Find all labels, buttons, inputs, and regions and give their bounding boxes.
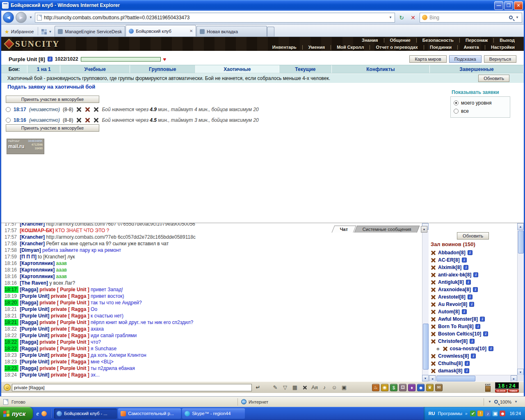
game-menu-item[interactable]: Выход (494, 38, 520, 43)
player-info-icon[interactable]: i (473, 272, 478, 277)
send-enter-icon[interactable]: ↵ (253, 383, 263, 392)
firefox-quicklaunch-icon[interactable] (41, 411, 47, 416)
battle-tab[interactable]: Завершенные (430, 65, 524, 73)
attack-icon[interactable] (443, 346, 448, 352)
message-nick[interactable]: [The Raven] (20, 280, 48, 286)
attack-icon[interactable] (431, 287, 436, 292)
message-nick[interactable]: [Ragga] (20, 300, 38, 306)
attack-icon[interactable] (431, 280, 436, 285)
zoom-dropdown-icon[interactable]: ▼ (487, 400, 492, 404)
smiley-picker-icon[interactable]: ☺ (4, 384, 11, 391)
url-text[interactable]: http://suncity.combats.com/buttons.pl?ba… (44, 15, 386, 21)
game-menu-item[interactable]: Отчет о переводах (370, 45, 424, 50)
player-info-icon[interactable]: i (470, 339, 475, 344)
message-nick[interactable]: [КОШМАР-БК] (20, 228, 54, 233)
message-nick[interactable]: [Ragga] (20, 339, 38, 345)
message-nick[interactable]: [Картопляник] (20, 274, 55, 279)
message-nick[interactable]: [Krancher] (20, 234, 45, 240)
battle-tab[interactable]: Конфликты (332, 65, 430, 73)
browser-tab[interactable]: Новая вкладка (196, 26, 267, 37)
game-menu-item[interactable]: Персонаж (460, 38, 493, 43)
battle-select-radio[interactable] (6, 118, 11, 123)
tab-close-icon[interactable]: ✕ (189, 29, 193, 33)
attack-icon[interactable] (431, 265, 436, 270)
attack-icon[interactable] (431, 294, 436, 300)
filter-option[interactable]: моего уровня (454, 100, 507, 106)
game-menu-item[interactable]: Мой Скролл (331, 45, 370, 50)
header-button[interactable]: Подсказка (449, 55, 482, 63)
browser-tab[interactable]: Бойцовский клуб ✕ (126, 25, 196, 37)
new-tab-stub[interactable] (267, 27, 274, 37)
player-info-icon[interactable]: i (468, 250, 472, 255)
scroll-icon[interactable]: ✉ (435, 384, 443, 391)
coins-icon[interactable]: ◉ (381, 384, 388, 391)
player-name[interactable]: Arestotel[8] (438, 294, 466, 300)
apply-battle-link[interactable]: Подать заявку на хаотичный бой (7, 84, 95, 90)
scroll-down-icon[interactable]: ▼ (422, 375, 429, 381)
player-name[interactable]: damask[8] (438, 368, 462, 374)
scrollbar-thumb[interactable] (518, 231, 524, 253)
url-field[interactable]: http://suncity.combats.com/buttons.pl?ba… (35, 13, 395, 23)
game-menu-item[interactable]: Умения (303, 45, 331, 50)
messenger-icon[interactable]: ☻ (500, 411, 505, 416)
suncity-logo[interactable]: SUNCITY (1, 39, 60, 49)
quick-tabs-button[interactable]: ▼ (39, 27, 55, 37)
browser-tab[interactable]: ManageEngine ServiceDesk P... (55, 26, 125, 37)
save-icon[interactable]: ▦ (290, 383, 300, 392)
tray-clock[interactable]: 16:24 (509, 411, 521, 416)
join-meatgrinder-button[interactable]: Принять участие в мясорубке (6, 96, 99, 103)
attack-icon[interactable] (431, 317, 436, 322)
zoom-level[interactable]: 100% (500, 399, 511, 404)
chat-tab[interactable]: Чат (332, 226, 356, 233)
message-nick[interactable]: [Krancher] (20, 223, 45, 227)
photo-icon[interactable]: ▣ (339, 383, 349, 392)
radio-icon[interactable] (454, 100, 459, 105)
translit-icon[interactable]: Ая (310, 383, 320, 392)
battle-tab[interactable]: Текущие (279, 65, 332, 73)
player-name[interactable]: Born To Run[8] (438, 324, 473, 329)
attack-icon[interactable] (431, 331, 436, 337)
message-nick[interactable]: [Purple Unit] (20, 333, 49, 338)
search-icon[interactable] (509, 16, 513, 19)
attack-icon[interactable] (431, 354, 436, 359)
attack-icon[interactable] (431, 302, 436, 307)
game-menu-item[interactable]: Поединки (424, 45, 457, 50)
minimize-button[interactable]: — (494, 1, 503, 10)
player-info-icon[interactable]: i (462, 309, 467, 314)
attack-icon[interactable] (431, 250, 436, 256)
player-name[interactable]: Christofer[8] (438, 338, 468, 344)
player-name[interactable]: Au Revoir[8] (438, 301, 467, 307)
chat-scrollbar[interactable]: ▲ ▼ (422, 223, 429, 381)
message-nick[interactable]: [Krancher] (20, 241, 45, 247)
sound-icon[interactable]: ♪ (320, 383, 329, 392)
message-nick[interactable]: [Purple Unit] (20, 313, 49, 319)
mug-icon[interactable]: ♨ (372, 384, 379, 391)
antivirus-icon[interactable]: ✔ (470, 411, 476, 416)
chat-tab[interactable]: Системные сообщения (354, 226, 420, 233)
radio-icon[interactable] (454, 109, 459, 114)
search-value[interactable]: Bing (429, 15, 507, 21)
player-info-icon[interactable]: i (469, 302, 474, 307)
eraser-icon[interactable]: ✎ (270, 383, 280, 392)
dice-icon[interactable]: ⚃ (399, 384, 406, 391)
refresh-battles-button[interactable]: Обновить (478, 75, 509, 82)
battle-tab[interactable]: 1 на 1 (27, 65, 60, 73)
crown-icon[interactable]: ♛ (426, 384, 434, 391)
forward-button[interactable]: ► (16, 12, 27, 23)
player-name[interactable]: Autom[8] (438, 309, 460, 315)
attack-icon[interactable] (431, 361, 436, 366)
player-name[interactable]: Abbadon[8] (438, 250, 466, 256)
attack-icon[interactable] (431, 272, 436, 278)
player-info-icon[interactable]: i (464, 368, 469, 373)
player-info-icon[interactable]: i (480, 317, 485, 322)
zoom-control[interactable]: ▼ 100% ▼ (484, 398, 522, 406)
player-name[interactable]: Antigluk[8] (438, 279, 464, 285)
exit-door-icon[interactable] (485, 386, 491, 392)
mailru-rating-badge[interactable]: РЕЙТИНГ 34483485K mail.ru 4712596 16490 (7, 139, 44, 154)
refresh-icon[interactable]: ↻ (397, 13, 406, 23)
taskbar-task[interactable]: Skype™ - region44 (182, 409, 245, 419)
attack-icon[interactable] (431, 309, 436, 315)
warriors-hscrollbar[interactable]: ◄ ► (429, 375, 517, 381)
scrollbar-thumb[interactable] (436, 376, 475, 381)
player-info-icon[interactable]: i (471, 354, 476, 358)
